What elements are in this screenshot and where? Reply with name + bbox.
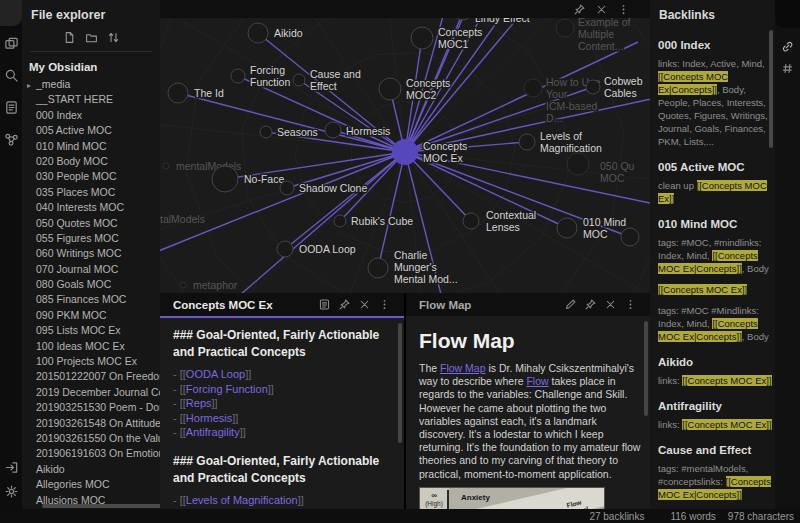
file-tree-item[interactable]: 090 PKM MOC [22, 308, 160, 323]
graph-node[interactable] [557, 218, 577, 238]
scrollbar[interactable] [398, 323, 402, 443]
graph-node[interactable] [463, 213, 479, 229]
graph-node[interactable] [293, 74, 305, 86]
backlinks-scrollbar[interactable] [769, 30, 773, 148]
more-options-icon[interactable] [617, 3, 630, 16]
backlink-snippet[interactable]: links: Index, Active, Mind, [[Concepts M… [658, 57, 778, 148]
file-tree-item[interactable]: 201906191603 On Emotional Agi [22, 446, 160, 461]
graph-node[interactable] [163, 163, 169, 169]
close-icon[interactable] [604, 298, 617, 311]
graph-node[interactable] [168, 83, 188, 103]
graph-node[interactable] [586, 80, 600, 94]
graph-node[interactable] [260, 126, 272, 138]
graph-node[interactable] [392, 139, 418, 165]
graph-node[interactable] [212, 166, 238, 192]
backlink-snippet[interactable]: links: [[Concepts MOC Ex]] [658, 418, 778, 431]
close-icon[interactable] [358, 298, 371, 311]
graph-node[interactable] [325, 122, 341, 138]
file-tree-item[interactable]: Aikido [22, 462, 160, 477]
pin-icon[interactable] [573, 3, 586, 16]
file-tree-item[interactable]: 095 Lists MOC Ex [22, 323, 160, 338]
markdown-editor[interactable]: ### Goal-Oriented, Fairly Actionable and… [160, 318, 404, 509]
graph-node[interactable] [334, 215, 346, 227]
graph-node[interactable] [411, 27, 433, 49]
reading-view-icon[interactable] [318, 298, 331, 311]
backlink-file-heading[interactable]: Aikido [658, 356, 778, 368]
backlink-file-heading[interactable]: Antifragility [658, 400, 778, 412]
file-tree-item[interactable]: 201903261550 On the Value of T [22, 431, 160, 446]
internal-link[interactable]: Reps [186, 397, 212, 409]
flow-pane-title[interactable]: Flow Map [419, 299, 557, 311]
file-tree-item[interactable]: 201501222007 On Freedom - Nic [22, 369, 160, 384]
backlink-snippet[interactable]: links: [[Concepts MOC Ex]] [658, 374, 778, 387]
file-tree-item[interactable]: 000 Index [22, 108, 160, 123]
file-tree-item[interactable]: 201903251530 Poem - Don't Qui [22, 400, 160, 415]
graph-node[interactable] [519, 134, 535, 150]
graph-node[interactable] [379, 78, 401, 100]
graph-node[interactable] [231, 69, 245, 83]
card-switcher-icon[interactable] [4, 36, 19, 51]
backlinks-link-icon[interactable] [781, 40, 794, 53]
file-tree-item[interactable]: 005 Active MOC [22, 123, 160, 138]
graph-node[interactable] [280, 181, 294, 195]
graph-node[interactable] [277, 241, 293, 257]
backlink-file-heading[interactable]: 010 Mind MOC [658, 218, 778, 230]
internal-link[interactable]: Levels of Magnification [186, 494, 298, 506]
open-vault-icon[interactable] [4, 460, 19, 475]
file-tree-item[interactable]: 201903261548 On Attitude - Tec [22, 416, 160, 431]
file-tree-item[interactable]: 040 Interests MOC [22, 200, 160, 215]
graph-view-icon[interactable] [4, 132, 19, 147]
tags-hash-icon[interactable] [781, 62, 794, 75]
graph-node[interactable] [567, 153, 589, 175]
pin-icon[interactable] [338, 298, 351, 311]
backlink-snippet[interactable]: tags: #MOC #Mindlinks: Index, Mind, [[Co… [658, 304, 778, 343]
vault-name[interactable]: My Obsidian [22, 52, 160, 77]
file-tree-item[interactable]: Allegories MOC [22, 477, 160, 492]
internal-link[interactable]: Flow [526, 375, 548, 387]
file-tree-item[interactable]: 010 Mind MOC [22, 139, 160, 154]
internal-link[interactable]: Forcing Function [186, 383, 268, 395]
backlink-snippet[interactable]: tags: #MOC, #mindlinks: Index, Mind, [[C… [658, 236, 778, 275]
graph-node[interactable] [248, 23, 268, 43]
graph-node[interactable] [180, 282, 186, 288]
file-explorer-horizontal-scrollbar[interactable] [42, 504, 160, 508]
internal-link[interactable]: Antifragility [186, 426, 240, 438]
internal-link[interactable]: Hormesis [186, 412, 232, 424]
internal-link[interactable]: Flow Map [440, 362, 486, 374]
settings-gear-icon[interactable] [4, 484, 19, 499]
file-tree-item[interactable]: 060 Writings MOC [22, 246, 160, 261]
file-tree-item[interactable]: 085 Finances MOC [22, 292, 160, 307]
more-options-icon[interactable] [624, 298, 637, 311]
file-tree-item[interactable]: 020 Body MOC [22, 154, 160, 169]
scrollbar[interactable] [644, 321, 648, 416]
backlink-file-heading[interactable]: 005 Active MOC [658, 161, 778, 173]
concepts-pane-title[interactable]: Concepts MOC Ex [173, 299, 311, 311]
file-tree-folder[interactable]: ▸_media [22, 77, 160, 92]
close-icon[interactable] [595, 3, 608, 16]
new-folder-icon[interactable] [85, 31, 98, 44]
new-file-icon[interactable] [63, 31, 76, 44]
internal-link[interactable]: OODA Loop [186, 368, 245, 380]
graph-node[interactable] [524, 79, 542, 97]
file-tree-item[interactable]: 035 Places MOC [22, 185, 160, 200]
file-tree-item[interactable]: 080 Goals MOC [22, 277, 160, 292]
more-options-icon[interactable] [378, 298, 391, 311]
backlink-snippet[interactable]: tags: #mentalModels, #conceptslinks: [[C… [658, 462, 778, 501]
backlink-snippet[interactable]: [[Concepts MOC Ex]] [658, 283, 778, 296]
edit-pencil-icon[interactable] [564, 298, 577, 311]
sort-icon[interactable] [107, 31, 120, 44]
file-tree-item[interactable]: 030 People MOC [22, 169, 160, 184]
file-tree-item[interactable]: __START HERE [22, 92, 160, 107]
file-tree-item[interactable]: 100 Ideas MOC Ex [22, 339, 160, 354]
search-icon[interactable] [4, 68, 19, 83]
graph-node[interactable] [556, 19, 574, 37]
file-tree-item[interactable]: 100 Projects MOC Ex [22, 354, 160, 369]
file-tree-item[interactable]: 050 Quotes MOC [22, 216, 160, 231]
graph-node[interactable] [368, 258, 388, 278]
backlink-file-heading[interactable]: 000 Index [658, 39, 778, 51]
pin-icon[interactable] [584, 298, 597, 311]
graph-node[interactable] [621, 228, 639, 246]
note-icon[interactable] [4, 100, 19, 115]
file-tree-item[interactable]: 2019 December Journal Compila [22, 385, 160, 400]
graph-view[interactable]: Lindy EffectAikidoConceptsMOC1Example of… [160, 0, 650, 293]
